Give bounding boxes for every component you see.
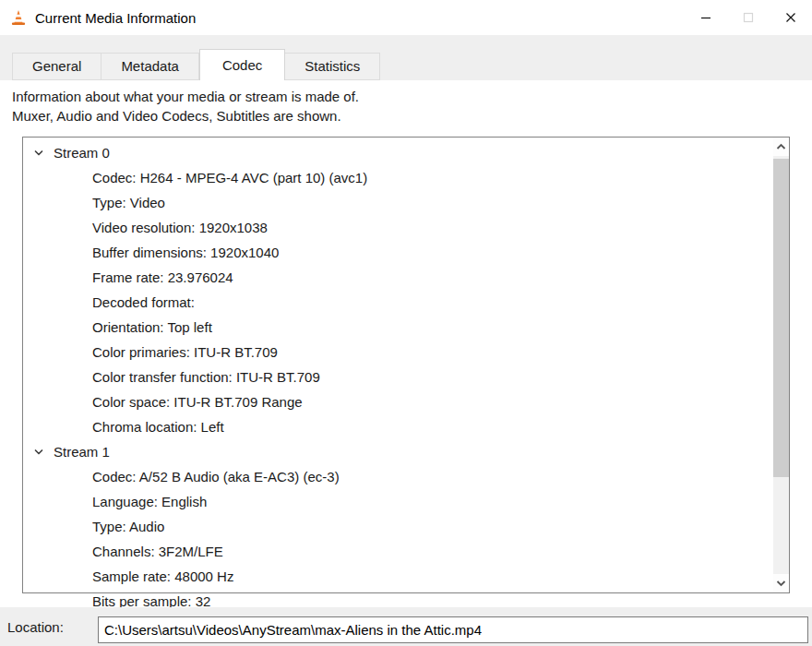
tree-item-text: Chroma location: Left <box>92 419 224 435</box>
tree-item-text: Type: Video <box>92 195 165 210</box>
tree-row[interactable]: Color space: ITU-R BT.709 Range <box>23 389 773 414</box>
tree-row[interactable]: Sample rate: 48000 Hz <box>23 564 773 589</box>
tree-row[interactable]: Orientation: Top left <box>23 315 773 340</box>
tree-item-text: Video resolution: 1920x1038 <box>92 220 268 235</box>
scroll-up-button[interactable] <box>773 138 789 156</box>
tree-item-text: Codec: H264 - MPEG-4 AVC (part 10) (avc1… <box>92 170 367 185</box>
tree-item-text: Decoded format: <box>92 294 195 310</box>
scrollbar-thumb[interactable] <box>773 159 789 477</box>
description-line2: Muxer, Audio and Video Codecs, Subtitles… <box>12 106 812 126</box>
location-label: Location: <box>7 619 64 635</box>
titlebar[interactable]: Current Media Information <box>0 0 812 35</box>
vertical-scrollbar[interactable] <box>773 138 789 592</box>
tab-metadata[interactable]: Metadata <box>102 53 199 80</box>
tree-row[interactable]: Color transfer function: ITU-R BT.709 <box>23 365 773 389</box>
tree-item-text: Codec: A/52 B Audio (aka E-AC3) (ec-3) <box>92 469 340 484</box>
tree-item-text: Channels: 3F2M/LFE <box>92 544 223 559</box>
tree-row[interactable]: Codec: H264 - MPEG-4 AVC (part 10) (avc1… <box>23 165 773 190</box>
tree-row[interactable]: Channels: 3F2M/LFE <box>23 539 773 564</box>
minimize-button[interactable] <box>685 0 727 35</box>
stream-label: Stream 1 <box>54 444 110 460</box>
tree-item-text: Sample rate: 48000 Hz <box>92 568 233 584</box>
codec-tree: Stream 0 Codec: H264 - MPEG-4 AVC (part … <box>22 137 790 593</box>
tab-statistics[interactable]: Statistics <box>285 53 380 80</box>
window-controls <box>685 0 812 35</box>
tree-row[interactable]: Frame rate: 23.976024 <box>23 265 773 290</box>
tree-row[interactable]: Color primaries: ITU-R BT.709 <box>23 340 773 365</box>
tab-bar: General Metadata Codec Statistics <box>0 35 812 80</box>
tree-item-text: Color transfer function: ITU-R BT.709 <box>92 369 320 385</box>
tree-row[interactable]: Type: Audio <box>23 514 773 539</box>
tree-item-text: Language: English <box>92 494 207 509</box>
tab-codec[interactable]: Codec <box>199 49 285 80</box>
tree-row[interactable]: Type: Video <box>23 190 773 215</box>
close-button[interactable] <box>770 0 812 35</box>
tree-row[interactable]: Codec: A/52 B Audio (aka E-AC3) (ec-3) <box>23 464 773 489</box>
tree-row[interactable]: Chroma location: Left <box>23 414 773 439</box>
chevron-down-icon[interactable] <box>31 148 46 159</box>
tree-row-stream-0[interactable]: Stream 0 <box>23 140 773 165</box>
tree-item-text: Color primaries: ITU-R BT.709 <box>92 344 278 360</box>
tree-row[interactable]: Buffer dimensions: 1920x1040 <box>23 240 773 265</box>
window-title: Current Media Information <box>35 10 196 26</box>
codec-panel: Information about what your media or str… <box>0 80 812 607</box>
location-bar: Location: <box>0 607 812 646</box>
tab-general[interactable]: General <box>12 53 102 80</box>
tree-item-text: Frame rate: 23.976024 <box>92 269 233 285</box>
tree-item-text: Buffer dimensions: 1920x1040 <box>92 245 279 260</box>
scroll-down-button[interactable] <box>773 574 789 592</box>
tree-item-text: Color space: ITU-R BT.709 Range <box>92 394 303 410</box>
tree-item-text: Type: Audio <box>92 519 164 534</box>
tree-row[interactable]: Language: English <box>23 489 773 514</box>
description-line1: Information about what your media or str… <box>12 87 812 106</box>
chevron-down-icon[interactable] <box>31 447 46 458</box>
vlc-cone-icon <box>9 8 28 27</box>
tree-row[interactable]: Decoded format: <box>23 290 773 315</box>
tree-row[interactable]: Video resolution: 1920x1038 <box>23 215 773 240</box>
tree-item-text: Orientation: Top left <box>92 319 212 335</box>
tree-row-stream-1[interactable]: Stream 1 <box>23 439 773 464</box>
stream-label: Stream 0 <box>54 145 110 161</box>
location-input[interactable] <box>98 616 808 643</box>
maximize-button <box>727 0 770 35</box>
media-info-dialog: Current Media Information General Metada… <box>0 0 812 646</box>
